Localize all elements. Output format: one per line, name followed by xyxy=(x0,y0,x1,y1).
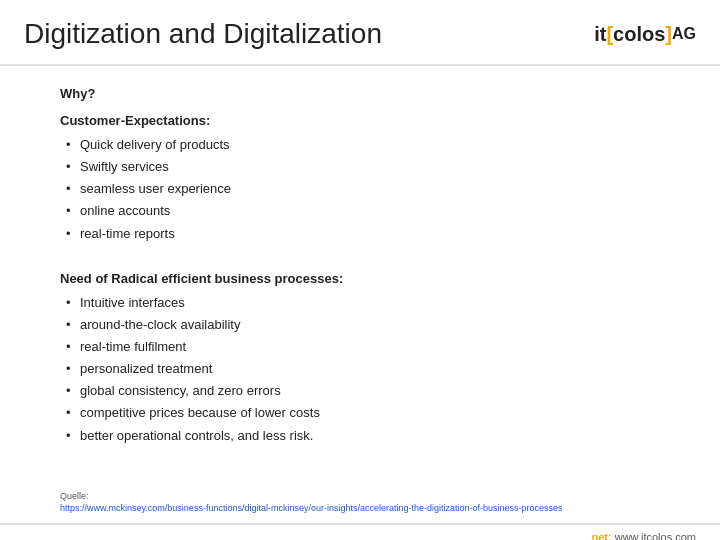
customer-bullets: Quick delivery of products Swiftly servi… xyxy=(60,134,660,245)
list-item: personalized treatment xyxy=(60,358,660,380)
logo-bracket-close: ] xyxy=(665,23,672,46)
header: Digitization and Digitalization it[colos… xyxy=(0,0,720,66)
need-section-title: Need of Radical efficient business proce… xyxy=(60,271,660,286)
net-label: net: xyxy=(591,531,611,540)
list-item: global consistency, and zero errors xyxy=(60,380,660,402)
bottom-bar: net: www.itcolos.com xyxy=(0,523,720,540)
need-bullets: Intuitive interfaces around-the-clock av… xyxy=(60,292,660,447)
list-item: Quick delivery of products xyxy=(60,134,660,156)
url-label: www.itcolos.com xyxy=(612,531,696,540)
logo-it: it xyxy=(594,23,606,46)
list-item: Swiftly services xyxy=(60,156,660,178)
logo-colos: colos xyxy=(613,23,665,46)
list-item: online accounts xyxy=(60,200,660,222)
list-item: real-time fulfilment xyxy=(60,336,660,358)
footer: Quelle: https://www.mckinsey.com/busines… xyxy=(0,483,720,523)
customer-section: Customer-Expectations: Quick delivery of… xyxy=(60,113,660,261)
why-label: Why? xyxy=(60,86,660,101)
list-item: real-time reports xyxy=(60,223,660,245)
list-item: seamless user experience xyxy=(60,178,660,200)
slide: Digitization and Digitalization it[colos… xyxy=(0,0,720,540)
page-title: Digitization and Digitalization xyxy=(24,18,382,50)
quelle-label: Quelle: xyxy=(60,491,696,501)
list-item: better operational controls, and less ri… xyxy=(60,425,660,447)
list-item: Intuitive interfaces xyxy=(60,292,660,314)
quelle-link[interactable]: https://www.mckinsey.com/business-functi… xyxy=(60,503,696,513)
customer-section-title: Customer-Expectations: xyxy=(60,113,660,128)
list-item: around-the-clock availability xyxy=(60,314,660,336)
website-label: net: www.itcolos.com xyxy=(591,531,696,540)
list-item: competitive prices because of lower cost… xyxy=(60,402,660,424)
logo-ag: AG xyxy=(672,25,696,43)
logo-bracket-open: [ xyxy=(606,23,613,46)
main-content: Why? Customer-Expectations: Quick delive… xyxy=(0,66,720,483)
logo: it[colos]AG xyxy=(594,23,696,46)
need-section: Need of Radical efficient business proce… xyxy=(60,271,660,463)
